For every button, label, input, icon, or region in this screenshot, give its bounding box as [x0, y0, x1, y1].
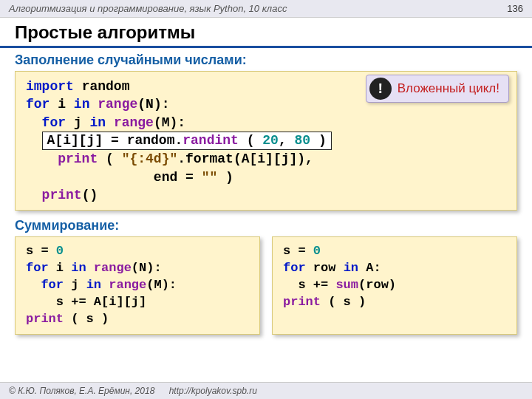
code-line: for j in range(M):	[26, 114, 506, 132]
code-line: print ( "{:4d}".format(A[i][j]),	[26, 150, 506, 168]
code-line: print()	[26, 186, 506, 204]
code-line: print ( s )	[26, 311, 249, 328]
callout-text: Вложенный цикл!	[398, 81, 499, 98]
code-line: s += sum(row)	[283, 277, 506, 294]
two-column-codes: s = 0 for i in range(N): for j in range(…	[15, 236, 517, 342]
content-area: Заполнение случайными числами: ! Вложенн…	[0, 52, 532, 342]
exclaim-icon: !	[369, 78, 392, 100]
page-title: Простые алгоритмы	[0, 18, 532, 48]
code-line: s += A[i][j]	[26, 294, 249, 311]
code-fill-random: ! Вложенный цикл! import random for i in…	[15, 71, 517, 211]
code-line: for i in range(N):	[26, 260, 249, 277]
section-fill-label: Заполнение случайными числами:	[15, 52, 517, 68]
code-sum-pythonic: s = 0 for row in A: s += sum(row) print …	[272, 236, 517, 335]
copyright: © К.Ю. Поляков, Е.А. Ерёмин, 2018	[9, 386, 154, 396]
code-line: for j in range(M):	[26, 277, 249, 294]
code-line: print ( s )	[283, 294, 506, 311]
code-sum-nested: s = 0 for i in range(N): for j in range(…	[15, 236, 260, 335]
code-line: s = 0	[283, 243, 506, 260]
page-number: 136	[507, 3, 523, 14]
footer-url: http://kpolyakov.spb.ru	[169, 386, 257, 396]
nested-loop-callout: ! Вложенный цикл!	[366, 75, 509, 103]
course-title: Алгоритмизация и программирование, язык …	[9, 3, 287, 14]
code-line-highlight: A[i][j] = random.randint ( 20, 80 )	[26, 132, 506, 150]
code-line: end = "" )	[26, 168, 506, 186]
code-line: s = 0	[26, 243, 249, 260]
randint-highlight: A[i][j] = random.randint ( 20, 80 )	[42, 132, 332, 150]
code-line: for row in A:	[283, 260, 506, 277]
slide-header: Алгоритмизация и программирование, язык …	[0, 0, 532, 18]
section-sum-label: Суммирование:	[15, 218, 517, 233]
slide-footer: © К.Ю. Поляков, Е.А. Ерёмин, 2018 http:/…	[0, 382, 532, 399]
